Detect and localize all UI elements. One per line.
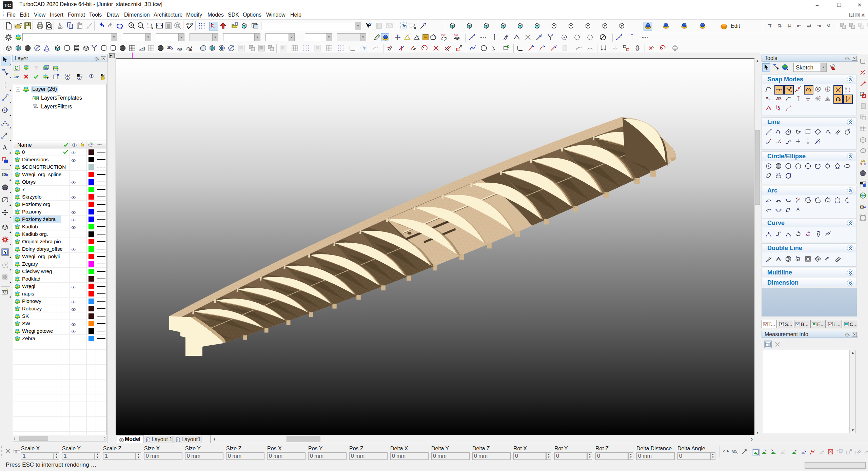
- svg-text:3d: 3d: [424, 36, 427, 39]
- svg-text:V=?: V=?: [441, 34, 446, 36]
- svg-text:1: 1: [147, 439, 149, 442]
- svg-text:{: {: [53, 65, 55, 70]
- svg-text:3D: 3D: [167, 46, 172, 50]
- svg-text:%: %: [732, 450, 736, 454]
- svg-text:3D: 3D: [2, 173, 6, 177]
- svg-text:S=?: S=?: [454, 34, 458, 36]
- svg-text:?: ?: [408, 34, 410, 37]
- svg-text:?: ?: [434, 34, 435, 37]
- svg-text:}: }: [38, 95, 39, 100]
- svg-text:?: ?: [418, 34, 419, 37]
- svg-text:?: ?: [369, 22, 372, 27]
- svg-text:A: A: [2, 144, 7, 151]
- svg-text:3: 3: [809, 199, 810, 201]
- svg-text:3D: 3D: [178, 48, 182, 51]
- svg-text:{: {: [32, 95, 34, 100]
- svg-text:ab: ab: [797, 207, 799, 209]
- svg-text:2: 2: [177, 439, 178, 442]
- svg-text:3D: 3D: [189, 48, 192, 52]
- svg-text:ABC: ABC: [186, 22, 193, 26]
- svg-text:3: 3: [819, 199, 821, 202]
